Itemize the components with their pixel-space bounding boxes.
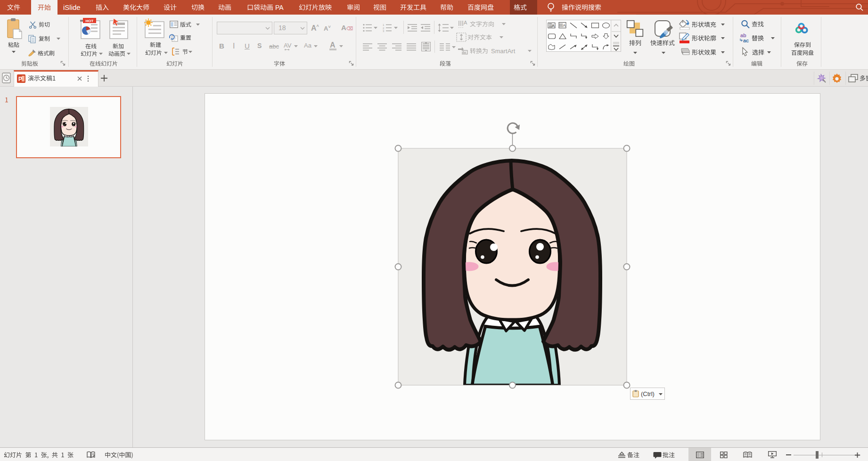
svg-text:3: 3 [383, 30, 385, 32]
svg-text:A: A [464, 20, 467, 25]
svg-text:P: P [18, 76, 22, 82]
svg-text:2: 2 [383, 27, 385, 30]
svg-text:ac: ac [743, 38, 749, 43]
svg-text:1: 1 [383, 24, 385, 26]
svg-text:HOT: HOT [86, 19, 94, 23]
